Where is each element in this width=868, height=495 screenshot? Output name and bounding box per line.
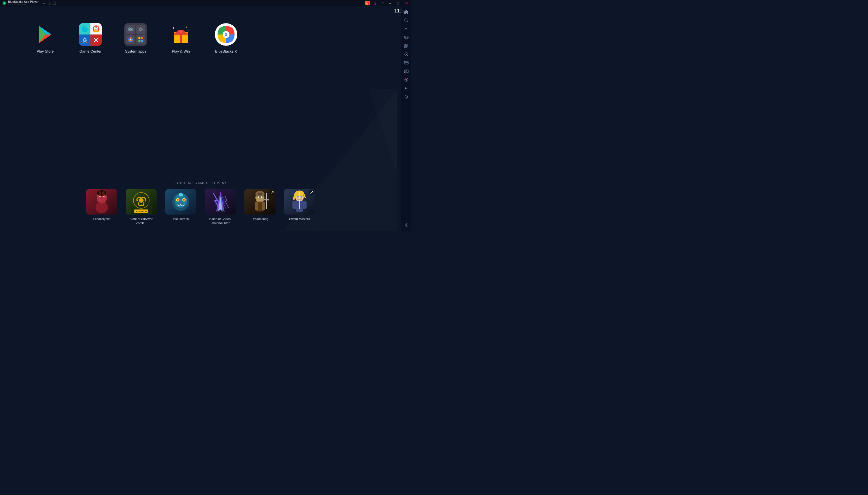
sidebar-search-icon[interactable]	[402, 16, 410, 24]
svg-point-105	[258, 197, 259, 198]
svg-point-42	[84, 39, 86, 41]
popular-games-section: POPULAR GAMES TO PLAY	[0, 181, 401, 231]
play-win-icon: ✦ ✦ ✦	[170, 23, 192, 46]
bluestacks-x-app[interactable]: X BlueStacks X	[203, 20, 249, 57]
game-idle-heroes[interactable]: Idle Heroes	[164, 189, 198, 225]
game-center-app[interactable]: Game Center	[68, 20, 113, 57]
app-version-text: 5.9.500.1014 N32	[8, 3, 39, 6]
svg-point-41	[95, 28, 97, 30]
game-state-of-survival[interactable]: STATE OF State of Survival: Zomb...	[124, 189, 158, 225]
svg-point-53	[130, 39, 131, 40]
idle-heroes-label: Idle Heroes	[173, 217, 189, 221]
echocalypse-label: Echocalypse	[93, 217, 110, 221]
game-center-icon	[79, 23, 102, 46]
right-sidebar	[401, 6, 411, 231]
sword-masters-label: Sword Masters	[289, 217, 310, 221]
svg-point-114	[300, 196, 302, 198]
sidebar-multiinstance-icon[interactable]	[402, 42, 410, 50]
minimize-button[interactable]: –	[388, 1, 392, 5]
svg-rect-102	[258, 193, 262, 195]
play-store-icon-wrapper	[34, 23, 56, 46]
svg-point-76	[97, 190, 106, 196]
system-apps-app[interactable]: System apps	[113, 20, 158, 57]
bluestacks-x-label: BlueStacks X	[215, 49, 237, 54]
svg-rect-24	[404, 70, 408, 73]
drakensang-label: Drakensang	[251, 217, 268, 221]
svg-rect-57	[141, 40, 143, 42]
play-win-icon-wrapper: ✦ ✦ ✦	[170, 23, 192, 46]
svg-rect-100	[262, 202, 265, 210]
state-of-survival-thumb: STATE OF	[126, 189, 157, 215]
sidebar-settings-icon[interactable]	[402, 221, 410, 229]
svg-point-13	[407, 37, 407, 37]
game-sword-masters[interactable]: Sword Masters	[283, 189, 317, 225]
svg-point-29	[406, 224, 407, 226]
svg-point-8	[405, 19, 407, 21]
play-store-label: Play Store	[37, 49, 54, 54]
sidebar-performance-icon[interactable]	[402, 25, 410, 33]
sidebar-gamepad-icon[interactable]	[402, 33, 410, 41]
game-center-label: Game Center	[79, 49, 102, 54]
titlebar-nav: ← ⌂ ❐	[43, 1, 56, 5]
play-store-app[interactable]: Play Store	[23, 20, 68, 57]
svg-rect-78	[102, 191, 105, 196]
system-apps-icon	[124, 23, 147, 46]
close-button[interactable]: ✕	[404, 1, 409, 5]
bluestacks-logo-icon	[2, 1, 6, 5]
bluestacks-x-icon-wrapper: X	[215, 23, 237, 46]
svg-point-50	[140, 28, 142, 31]
popular-section-label: POPULAR GAMES TO PLAY	[17, 181, 384, 185]
svg-rect-55	[141, 37, 143, 39]
svg-point-25	[406, 71, 407, 72]
main-area: Play Store	[0, 6, 401, 231]
sword-masters-thumb	[284, 189, 315, 215]
sidebar-eco-icon[interactable]	[402, 93, 410, 101]
idle-heroes-art	[165, 189, 196, 215]
sidebar-stream-icon[interactable]	[402, 84, 410, 92]
svg-rect-64	[174, 33, 188, 35]
info-button[interactable]: ℹ	[373, 1, 377, 5]
svg-rect-110	[293, 201, 297, 209]
system-apps-label: System apps	[125, 49, 146, 54]
system-apps-icon-wrapper	[124, 23, 147, 46]
titlebar: BlueStacks App Player 5.9.500.1014 N32 ←…	[0, 0, 411, 6]
svg-point-81	[139, 198, 144, 203]
game-drakensang[interactable]: Drakensang	[243, 189, 277, 225]
pages-button[interactable]: ❐	[53, 1, 56, 5]
svg-point-113	[297, 196, 299, 198]
svg-text:X: X	[224, 32, 228, 38]
games-row: Echocalypse	[17, 189, 384, 225]
sidebar-keymapping-icon[interactable]	[402, 59, 410, 67]
back-button[interactable]: ←	[43, 1, 46, 5]
blade-of-chaos-thumb	[205, 189, 236, 215]
play-win-label: Play & Win	[172, 49, 190, 54]
maximize-button[interactable]: □	[396, 1, 401, 5]
app-grid: Play Store	[0, 6, 401, 65]
menu-button[interactable]: ≡	[380, 1, 385, 5]
play-win-app[interactable]: ✦ ✦ ✦	[158, 20, 203, 57]
bluestacks-x-icon: X	[215, 23, 237, 46]
sidebar-record-icon[interactable]	[402, 76, 410, 84]
blade-of-chaos-label: Blade of Chaos: Immortal Titan	[203, 217, 237, 225]
game-echocalypse[interactable]: Echocalypse	[85, 189, 119, 225]
gift-button[interactable]: 🎁	[365, 1, 370, 5]
svg-line-9	[407, 21, 408, 22]
state-of-survival-art: STATE OF	[126, 189, 157, 215]
svg-rect-115	[299, 192, 300, 209]
sidebar-macro-icon[interactable]	[402, 50, 410, 58]
app-name-text: BlueStacks App Player	[8, 0, 39, 3]
svg-point-67	[179, 30, 182, 33]
svg-rect-104	[264, 199, 269, 201]
home-nav-button[interactable]: ⌂	[49, 1, 51, 5]
sidebar-home-icon[interactable]	[402, 8, 410, 16]
sidebar-screenshot-icon[interactable]	[402, 67, 410, 75]
svg-rect-103	[266, 193, 267, 209]
svg-point-92	[183, 199, 185, 201]
titlebar-left: BlueStacks App Player 5.9.500.1014 N32 ←…	[2, 0, 56, 6]
sword-masters-external-icon	[309, 190, 314, 195]
play-store-icon	[34, 23, 56, 46]
svg-point-27	[405, 79, 407, 81]
game-blade-of-chaos[interactable]: Blade of Chaos: Immortal Titan	[203, 189, 237, 225]
game-center-icon-wrapper	[79, 23, 102, 46]
svg-point-73	[95, 202, 108, 213]
